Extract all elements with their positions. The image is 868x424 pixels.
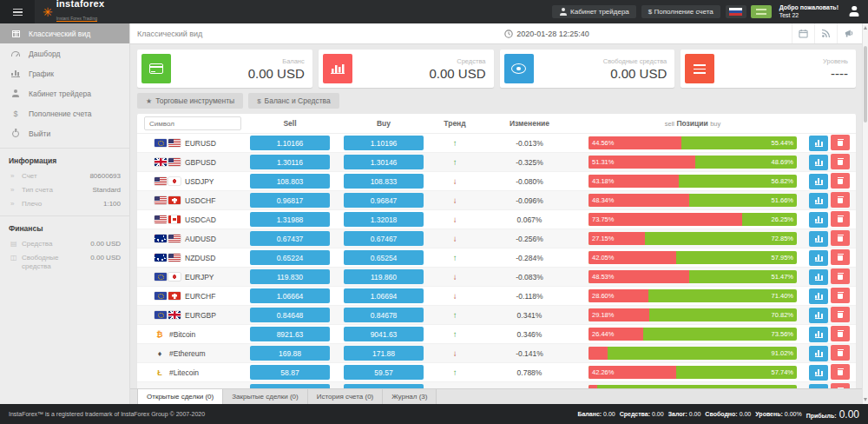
brand-logo[interactable]: ✳ instaforex Instant Forex Trading xyxy=(43,0,104,23)
open-chart-button[interactable] xyxy=(809,327,828,342)
trash-icon xyxy=(838,368,844,376)
sell-quote-button[interactable]: 1.31988 xyxy=(250,212,330,227)
vertical-scrollbar[interactable] xyxy=(862,23,868,404)
remove-symbol-button[interactable] xyxy=(831,230,850,246)
user-avatar[interactable] xyxy=(849,4,859,20)
sidebar-item-grid[interactable]: Классический вид xyxy=(0,23,129,43)
remove-symbol-button[interactable] xyxy=(831,211,850,227)
announcements-button[interactable] xyxy=(837,23,859,43)
sell-quote-button[interactable]: 58.87 xyxy=(250,365,330,380)
remove-symbol-button[interactable] xyxy=(831,135,850,150)
open-chart-button[interactable] xyxy=(809,212,828,228)
buy-quote-button[interactable]: 0.84678 xyxy=(344,308,424,322)
open-chart-button[interactable] xyxy=(809,269,828,285)
sell-quote-button[interactable]: 119.830 xyxy=(250,269,330,284)
sidebar-item-chart[interactable]: График xyxy=(0,63,129,83)
sidebar-item-label: Кабинет трейдера xyxy=(29,89,91,98)
stat-card-value: 0.00 USD xyxy=(171,66,305,81)
clock-icon xyxy=(504,30,513,38)
trash-icon xyxy=(838,196,844,204)
buy-quote-button[interactable]: 1.10196 xyxy=(344,136,424,150)
buy-quote-button[interactable]: 171.88 xyxy=(344,346,424,361)
green-flag-icon xyxy=(756,9,766,15)
sell-quote-button[interactable]: 169.88 xyxy=(250,346,330,361)
buy-quote-button[interactable]: 1.32018 xyxy=(344,212,424,227)
positions-bar: 26.44%73.56% xyxy=(589,328,797,341)
buy-quote-button[interactable]: 0.65254 xyxy=(344,250,424,265)
summary-item: Прибыль: 0.00 xyxy=(806,408,859,421)
info-value: 1:100 xyxy=(103,200,121,208)
balance-funds-button[interactable]: $ Баланс и Средства xyxy=(248,93,339,109)
summary-item: Свободно: 0.00 xyxy=(705,411,751,417)
open-chart-button[interactable] xyxy=(809,250,828,266)
symbol-cell: USDCAD xyxy=(137,215,247,224)
symbol-cell: NZDUSD xyxy=(137,254,247,262)
calendar-button[interactable] xyxy=(792,23,814,43)
remove-symbol-button[interactable] xyxy=(831,307,850,322)
language-russian-button[interactable] xyxy=(726,5,746,18)
buy-quote-button[interactable]: 0.67467 xyxy=(344,231,424,246)
eu-flag-icon xyxy=(155,311,167,319)
remove-symbol-button[interactable] xyxy=(831,364,850,380)
remove-symbol-button[interactable] xyxy=(831,249,850,265)
sidebar-item-dashboard[interactable]: Дашборд xyxy=(0,43,129,63)
sell-quote-button[interactable]: 1.10166 xyxy=(250,136,330,150)
symbol-cell: USDCHF xyxy=(137,196,247,205)
trend-down-icon: ↓ xyxy=(453,272,457,282)
sell-quote-button[interactable]: 0.65224 xyxy=(250,250,330,265)
scrollbar-thumb[interactable] xyxy=(864,46,867,123)
tab-журнал-3-[interactable]: Журнал (3) xyxy=(383,389,437,404)
remove-symbol-button[interactable] xyxy=(831,192,850,208)
remove-symbol-button[interactable] xyxy=(831,268,850,284)
buy-quote-button[interactable]: 9041.63 xyxy=(344,327,424,341)
sidebar-item-power[interactable]: Выйти xyxy=(0,123,129,143)
sidebar-item-dollar[interactable]: $Пополнение счета xyxy=(0,103,129,123)
remove-symbol-button[interactable] xyxy=(831,326,850,341)
sell-quote-button[interactable]: 8921.63 xyxy=(250,327,330,341)
scroll-down-arrow[interactable] xyxy=(864,398,867,401)
buy-quote-button[interactable]: 0.96847 xyxy=(344,193,424,208)
sell-quote-button[interactable]: 0.84648 xyxy=(250,308,330,322)
sell-quote-button[interactable]: 0.67437 xyxy=(250,231,330,246)
open-chart-button[interactable] xyxy=(809,231,828,247)
deposit-button[interactable]: $ Пополнение счета xyxy=(641,5,720,18)
open-chart-button[interactable] xyxy=(809,288,828,304)
tab-закрытые-сделки-0-[interactable]: Закрытые сделки (0) xyxy=(223,389,308,404)
remove-symbol-button[interactable] xyxy=(831,288,850,303)
open-chart-button[interactable] xyxy=(809,174,828,189)
tab-история-счета-0-[interactable]: История счета (0) xyxy=(308,389,384,404)
sell-quote-button[interactable]: 108.803 xyxy=(250,174,330,189)
buy-quote-button[interactable]: 1.30146 xyxy=(344,155,424,169)
remove-symbol-button[interactable] xyxy=(831,345,850,361)
open-chart-button[interactable] xyxy=(809,365,828,381)
open-chart-button[interactable] xyxy=(809,193,828,209)
stat-card: Средства0.00 USD xyxy=(319,50,494,88)
language-alt-button[interactable] xyxy=(751,5,772,18)
jp-flag-icon xyxy=(168,273,181,281)
open-chart-button[interactable] xyxy=(809,308,828,323)
sell-quote-button[interactable]: 0.96817 xyxy=(250,193,330,208)
buy-quote-button[interactable]: 108.833 xyxy=(344,174,424,189)
feed-button[interactable] xyxy=(814,23,837,43)
open-chart-button[interactable] xyxy=(809,136,828,151)
remove-symbol-button[interactable] xyxy=(831,173,850,189)
trading-instruments-button[interactable]: ★ Торговые инструменты xyxy=(137,93,243,109)
buy-quote-button[interactable]: 119.860 xyxy=(344,269,424,284)
summary-item: Баланс: 0.00 xyxy=(577,411,615,417)
trader-cabinet-button[interactable]: Кабинет трейдера xyxy=(552,5,636,18)
remove-symbol-button[interactable] xyxy=(831,154,850,169)
sidebar-item-person[interactable]: Кабинет трейдера xyxy=(0,83,129,103)
symbol-filter-input[interactable] xyxy=(144,116,241,130)
tab-открытые-сделки-0-[interactable]: Открытые сделки (0) xyxy=(137,389,223,404)
buy-quote-button[interactable]: 1.06694 xyxy=(344,288,424,303)
buy-quote-button[interactable]: 59.57 xyxy=(344,365,424,380)
hamburger-menu-button[interactable] xyxy=(0,0,35,23)
scroll-up-arrow[interactable] xyxy=(864,26,867,30)
open-chart-button[interactable] xyxy=(809,155,828,170)
sell-quote-button[interactable]: 1.06664 xyxy=(250,288,330,303)
person-icon xyxy=(10,89,21,97)
positions-sell-segment: 44.56% xyxy=(589,136,681,149)
chart-icon xyxy=(815,140,823,147)
open-chart-button[interactable] xyxy=(809,346,828,361)
sell-quote-button[interactable]: 1.30116 xyxy=(250,155,330,169)
